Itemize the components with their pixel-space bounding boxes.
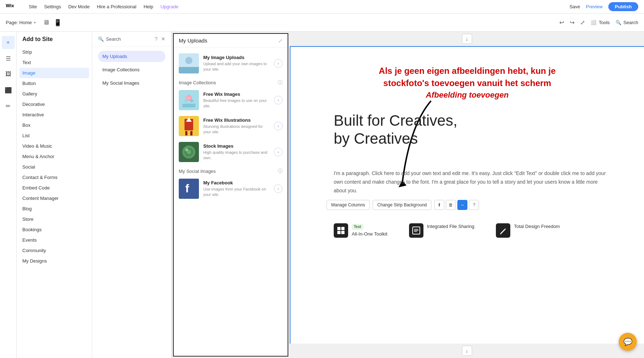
add-item-bookings[interactable]: Bookings [17, 224, 92, 235]
strip-trash-icon[interactable]: 🗑 [446, 200, 456, 210]
media-item-free-wix-name: Free Wix Images [203, 91, 270, 97]
media-item-stock-name: Stock Images [203, 143, 270, 149]
manage-columns-button[interactable]: Manage Columns [327, 200, 370, 210]
help-icon[interactable]: ? [155, 36, 157, 42]
canvas-content: Als je geen eigen afbeeldingen hebt, kun… [290, 46, 644, 344]
tab-my-uploads[interactable]: My Uploads [98, 51, 165, 62]
page-selector[interactable]: Page: Home ▾ [6, 20, 36, 25]
media-item-uploads[interactable]: My Image Uploads Upload and add your own… [174, 50, 288, 76]
nav-devmode[interactable]: Dev Mode [68, 4, 89, 9]
nav-upgrade[interactable]: Upgrade [160, 4, 178, 9]
strip-icon-buttons: ⬆ 🗑 ↔ ? [434, 200, 479, 210]
add-item-content[interactable]: Content Manager [17, 193, 92, 203]
tab-my-social-images[interactable]: My Social Images [98, 77, 165, 89]
media-item-free-wix-arrow[interactable]: › [274, 96, 283, 104]
feature-name-sharing: Integrated File Sharing [427, 223, 475, 230]
media-item-uploads-arrow[interactable]: › [274, 59, 283, 68]
media-panel-expand-icon[interactable]: ⤢ [278, 38, 283, 44]
add-item-events[interactable]: Events [17, 235, 92, 245]
canvas-heading: Built for Creatives, by Creatives [334, 112, 608, 148]
add-item-contact[interactable]: Contact & Forms [17, 172, 92, 183]
canvas-annotation: Als je geen eigen afbeeldingen hebt, kun… [319, 65, 615, 100]
change-strip-button[interactable]: Change Strip Background [373, 200, 431, 210]
save-button[interactable]: Save [569, 4, 580, 9]
add-item-blog[interactable]: Blog [17, 203, 92, 214]
tools-label: Tools [599, 20, 609, 25]
svg-rect-13 [190, 131, 192, 135]
add-item-mydesigns[interactable]: My Designs [17, 256, 92, 266]
nav-hire[interactable]: Hire a Professional [97, 4, 137, 9]
search-button[interactable]: 🔍 Search [616, 20, 638, 25]
nav-help[interactable]: Help [143, 4, 153, 9]
add-item-list[interactable]: List [17, 130, 92, 141]
sidebar-design-icon[interactable]: ✏ [2, 99, 15, 112]
add-item-embed[interactable]: Embed Code [17, 183, 92, 193]
add-item-menu[interactable]: Menu & Anchor [17, 151, 92, 162]
publish-button[interactable]: Publish [608, 2, 638, 11]
media-item-stock-desc: High quality images to purchase and own. [203, 150, 270, 161]
add-item-image[interactable]: Image [19, 68, 89, 78]
redo-icon[interactable]: ↪ [570, 19, 574, 26]
strip-help-icon[interactable]: ? [469, 200, 479, 210]
media-item-stock[interactable]: Stock Images High quality images to purc… [174, 139, 288, 165]
canvas-paragraph: I'm a paragraph. Click here to add your … [334, 169, 608, 195]
image-sub-panel: 🔍 Search ? ✕ My Uploads Image Collection… [92, 32, 172, 358]
svg-rect-28 [414, 229, 418, 230]
add-item-interactive[interactable]: Interactive [17, 109, 92, 120]
close-icon[interactable]: ✕ [161, 36, 165, 42]
add-item-store[interactable]: Store [17, 214, 92, 224]
svg-text:f: f [185, 182, 189, 195]
add-item-text[interactable]: Text [17, 57, 92, 68]
add-item-gallery[interactable]: Gallery [17, 89, 92, 99]
tools-button[interactable]: ⬜ Tools [591, 20, 609, 25]
nav-settings[interactable]: Settings [44, 4, 61, 9]
svg-rect-24 [341, 227, 345, 230]
add-item-box[interactable]: Box [17, 120, 92, 130]
sidebar-add-icon[interactable]: + [2, 36, 15, 49]
add-item-strip[interactable]: Strip [17, 47, 92, 57]
strip-up-icon[interactable]: ⬆ [434, 200, 444, 210]
sidebar-media-icon[interactable]: 🖼 [2, 68, 15, 81]
sidebar-pages-icon[interactable]: ☰ [2, 52, 15, 65]
add-item-social[interactable]: Social [17, 162, 92, 172]
sub-panel-search[interactable]: 🔍 Search [98, 36, 121, 42]
media-item-illustrations-arrow[interactable]: › [274, 122, 283, 130]
mobile-icon[interactable]: 📱 [54, 19, 62, 27]
add-item-decorative[interactable]: Decorative [17, 99, 92, 109]
add-to-site-panel: Add to Site Strip Text Image Button Gall… [17, 32, 92, 358]
media-item-stock-arrow[interactable]: › [274, 148, 283, 156]
canvas-heading-text: Built for Creatives, by Creatives [334, 112, 608, 148]
canvas-bottom-download-btn[interactable]: ↓ [462, 346, 472, 356]
strip-move-icon[interactable]: ↔ [457, 200, 467, 210]
canvas-bottom-bar: ↓ [290, 344, 644, 358]
undo-icon[interactable]: ↩ [559, 19, 564, 26]
tab-image-collections[interactable]: Image Collections [98, 64, 165, 75]
preview-button[interactable]: Preview [586, 4, 603, 9]
chat-fab-button[interactable]: 💬 [619, 333, 637, 351]
desktop-icon[interactable]: 🖥 [43, 19, 49, 26]
media-item-facebook[interactable]: f My Facebook Use images from your Faceb… [174, 176, 288, 202]
add-item-button[interactable]: Button [17, 78, 92, 89]
nav-site[interactable]: Site [29, 4, 37, 9]
feature-name-toolkit: All-In-One Toolkit [352, 231, 387, 237]
add-item-video[interactable]: Video & Music [17, 141, 92, 151]
search-label: Search [106, 36, 121, 42]
media-item-facebook-arrow[interactable]: › [274, 184, 283, 193]
add-item-community[interactable]: Community [17, 245, 92, 256]
media-item-illustrations[interactable]: Free Wix Illustrations Stunning illustra… [174, 113, 288, 139]
svg-rect-30 [414, 231, 417, 232]
sidebar-apps-icon[interactable]: ⬛ [2, 84, 15, 97]
media-thumb-facebook: f [179, 179, 199, 199]
media-item-free-wix-desc: Beautiful free images to use on your sit… [203, 98, 270, 109]
search-label: Search [623, 20, 638, 25]
chevron-down-icon: ▾ [34, 21, 36, 24]
add-panel-title: Add to Site [17, 36, 92, 47]
fullscreen-icon[interactable]: ⤢ [580, 19, 585, 26]
tools-icon: ⬜ [591, 20, 596, 25]
media-item-free-wix[interactable]: Free Wix Images Beautiful free images to… [174, 87, 288, 113]
feature-icon-design [496, 223, 510, 238]
canvas-download-btn[interactable]: ↓ [462, 34, 472, 44]
svg-point-19 [185, 148, 188, 151]
image-collections-section-title: Image Collections ⓘ [174, 76, 288, 87]
canvas-top-bar: ↓ [290, 32, 644, 46]
